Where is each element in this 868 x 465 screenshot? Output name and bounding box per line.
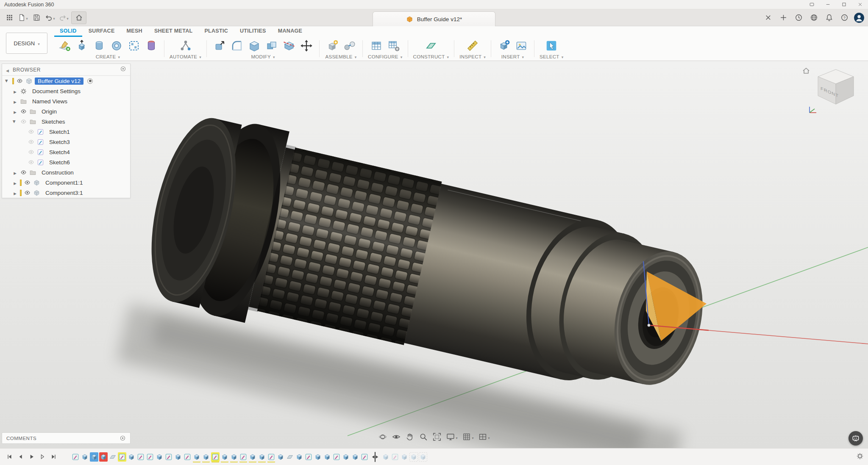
visibility-eye-icon[interactable] — [20, 108, 27, 114]
timeline-feature-sketch[interactable] — [71, 452, 80, 462]
browser-item-sketches[interactable]: Sketches — [2, 116, 130, 127]
browser-display-options-icon[interactable] — [120, 66, 126, 74]
shell-icon[interactable] — [247, 38, 262, 53]
timeline-feature-sketch[interactable] — [391, 452, 399, 462]
viewcube[interactable]: FRONT — [818, 69, 854, 104]
ribbon-tab-utilities[interactable]: UTILITIES — [234, 27, 272, 37]
timeline-feature-sketch[interactable] — [239, 452, 248, 462]
expand-arrow-icon[interactable] — [12, 108, 18, 115]
visibility-eye-icon[interactable] — [24, 190, 31, 196]
timeline-feature-feature[interactable] — [419, 452, 427, 462]
ribbon-tab-manage[interactable]: MANAGE — [273, 27, 308, 37]
timeline-skip-start-icon[interactable] — [4, 452, 14, 462]
collapse-arrow-icon[interactable] — [12, 119, 18, 125]
home-view-icon[interactable] — [71, 11, 86, 24]
timeline-feature-feature[interactable] — [230, 452, 238, 462]
collapse-arrow-icon[interactable] — [4, 78, 11, 84]
canvas-icon[interactable] — [514, 38, 529, 53]
group-label-modify[interactable]: MODIFY — [251, 54, 275, 59]
timeline-feature-feature[interactable] — [351, 452, 359, 462]
browser-item-component1-1[interactable]: Component1:1 — [2, 177, 130, 188]
document-tab[interactable]: Buffer Guide v12* — [373, 11, 495, 26]
timeline-feature-sketch[interactable] — [118, 452, 126, 462]
display-settings-icon[interactable] — [446, 432, 457, 441]
timeline-feature-feature[interactable] — [202, 452, 210, 462]
minimize-icon[interactable] — [820, 0, 836, 9]
zoom-icon[interactable] — [419, 432, 428, 441]
timeline-feature-sketch[interactable] — [267, 452, 275, 462]
redo-icon[interactable] — [58, 12, 70, 24]
timeline-step-forward-icon[interactable] — [37, 452, 47, 462]
group-label-construct[interactable]: CONSTRUCT — [413, 54, 449, 59]
timeline-feature-sketch[interactable] — [136, 452, 145, 462]
timeline-position-marker[interactable] — [371, 450, 379, 464]
expand-arrow-icon[interactable] — [12, 190, 18, 196]
browser-item-origin[interactable]: Origin — [2, 106, 130, 116]
expand-arrow-icon[interactable] — [12, 169, 18, 176]
undo-icon[interactable] — [44, 12, 56, 24]
online-status-icon[interactable] — [808, 12, 820, 24]
ribbon-tab-sheet-metal[interactable]: SHEET METAL — [149, 27, 198, 37]
create-sketch-icon[interactable] — [57, 38, 72, 53]
extrude-icon[interactable] — [74, 38, 89, 53]
timeline-play-icon[interactable] — [26, 452, 36, 462]
pattern-icon[interactable] — [126, 38, 142, 53]
workspace-selector[interactable]: DESIGN — [6, 33, 47, 54]
split-icon[interactable] — [281, 38, 297, 53]
browser-item-component3-1[interactable]: Component3:1 — [2, 188, 130, 198]
close-window-icon[interactable] — [852, 0, 868, 9]
job-status-icon[interactable] — [793, 12, 804, 24]
viewports-icon[interactable] — [479, 432, 490, 441]
pan-icon[interactable] — [405, 432, 414, 441]
timeline-feature-feature[interactable] — [248, 452, 257, 462]
timeline-feature-feature[interactable] — [400, 452, 409, 462]
expand-arrow-icon[interactable] — [12, 88, 18, 94]
timeline-feature-feature[interactable] — [276, 452, 285, 462]
timeline-step-back-icon[interactable] — [15, 452, 25, 462]
save-icon[interactable] — [31, 12, 42, 24]
comments-panel[interactable]: COMMENTS — [2, 432, 131, 444]
timeline-feature-sketch[interactable] — [332, 452, 341, 462]
new-tab-icon[interactable] — [777, 12, 789, 24]
press-pull-icon[interactable] — [212, 38, 227, 53]
revolve-icon[interactable] — [92, 38, 107, 53]
feature-pivot-point[interactable] — [648, 324, 651, 327]
automate-icon[interactable] — [178, 38, 193, 53]
timeline-feature-feature[interactable] — [381, 452, 390, 462]
browser-item-sketch6[interactable]: Sketch6 — [2, 157, 130, 167]
timeline-feature-feature[interactable] — [314, 452, 322, 462]
group-label-automate[interactable]: AUTOMATE — [170, 54, 201, 59]
timeline-feature-feature[interactable] — [155, 452, 164, 462]
visibility-eye-icon[interactable] — [20, 169, 27, 175]
timeline-feature-sketch[interactable] — [164, 452, 173, 462]
comment-marker-icon[interactable] — [120, 435, 126, 441]
app-window-icon[interactable] — [804, 0, 820, 9]
group-label-insert[interactable]: INSERT — [501, 54, 524, 59]
ribbon-tab-mesh[interactable]: MESH — [121, 27, 148, 37]
timeline-feature-sketch[interactable] — [146, 452, 154, 462]
timeline-feature-feature[interactable] — [258, 452, 266, 462]
timeline-skip-end-icon[interactable] — [48, 452, 58, 462]
browser-item-named-views[interactable]: Named Views — [2, 96, 130, 106]
coil-icon[interactable] — [144, 38, 159, 53]
orbit-icon[interactable] — [378, 432, 387, 441]
configure-icon[interactable] — [369, 38, 384, 53]
measure-icon[interactable] — [465, 38, 480, 53]
new-component-icon[interactable] — [325, 38, 340, 53]
assistant-button[interactable] — [849, 431, 863, 446]
browser-item-sketch1[interactable]: Sketch1 — [2, 127, 130, 137]
timeline-feature-feature[interactable] — [174, 452, 182, 462]
timeline-feature-sketch[interactable] — [211, 452, 220, 462]
group-label-configure[interactable]: CONFIGURE — [368, 54, 403, 59]
fit-icon[interactable] — [432, 432, 441, 441]
viewcube-home-icon[interactable] — [803, 68, 809, 73]
configuration-table-icon[interactable] — [386, 38, 401, 53]
collapse-browser-icon[interactable] — [6, 66, 9, 74]
timeline-feature-feature[interactable] — [220, 452, 229, 462]
timeline-settings-icon[interactable] — [856, 452, 864, 462]
group-label-inspect[interactable]: INSPECT — [459, 54, 486, 59]
timeline-feature-feature[interactable] — [323, 452, 331, 462]
visibility-eye-icon[interactable] — [24, 180, 31, 185]
maximize-icon[interactable] — [836, 0, 852, 9]
expand-arrow-icon[interactable] — [12, 98, 18, 105]
